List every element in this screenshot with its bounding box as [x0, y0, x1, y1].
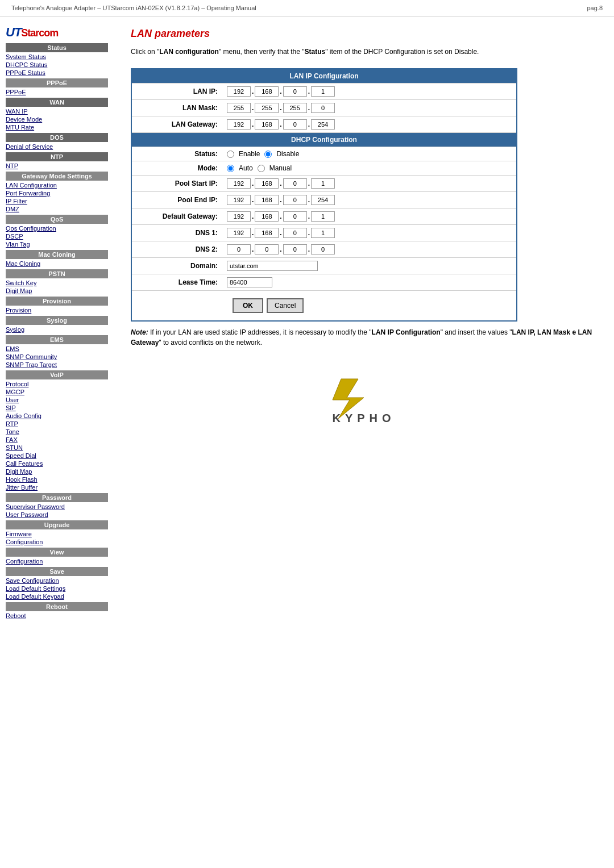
lease-input[interactable] [227, 277, 272, 287]
dns1-octet1[interactable] [227, 228, 251, 238]
sidebar-link-system-status[interactable]: System Status [6, 53, 108, 61]
lan-mask-octet4[interactable] [311, 103, 335, 113]
sidebar-link-dhcpc-status[interactable]: DHCPC Status [6, 61, 108, 69]
lan-gw-octet3[interactable] [283, 119, 307, 130]
lan-ip-octet1[interactable] [227, 86, 251, 97]
sidebar-link-dscp[interactable]: DSCP [6, 232, 108, 240]
lan-gw-octet2[interactable] [255, 119, 279, 130]
pool-end-octet3[interactable] [283, 195, 307, 205]
ok-button[interactable]: OK [233, 298, 263, 313]
sidebar-link-digit-map-pstn[interactable]: Digit Map [6, 287, 108, 295]
sidebar-link-dos[interactable]: Denial of Service [6, 143, 108, 151]
sidebar-link-load-keypad[interactable]: Load Default Keypad [6, 592, 108, 600]
domain-row: Domain: [131, 258, 517, 274]
status-disable-radio[interactable] [264, 151, 272, 158]
sidebar-link-firmware[interactable]: Firmware [6, 530, 108, 538]
sidebar-link-syslog[interactable]: Syslog [6, 326, 108, 333]
sidebar-link-ems[interactable]: EMS [6, 345, 108, 353]
sidebar-link-load-default[interactable]: Load Default Settings [6, 585, 108, 592]
lan-ip-octet3[interactable] [283, 86, 307, 97]
sidebar-link-pppoe[interactable]: PPPoE [6, 88, 108, 96]
dns2-octet4[interactable] [311, 244, 335, 254]
sidebar-link-wan-ip[interactable]: WAN IP [6, 107, 108, 115]
lan-ip-octet2[interactable] [255, 86, 279, 97]
sidebar-sub-ems: EMS [6, 335, 108, 344]
pool-end-inputs: . . . [227, 195, 512, 205]
sidebar-section-status: Status [6, 43, 108, 52]
sidebar-link-call-features[interactable]: Call Features [6, 460, 108, 468]
lan-ip-octet4[interactable] [311, 86, 335, 97]
pool-start-octet2[interactable] [255, 178, 279, 189]
pool-start-row: Pool Start IP: . . . [131, 176, 517, 192]
cancel-button[interactable]: Cancel [267, 298, 304, 313]
sidebar-link-mtu-rate[interactable]: MTU Rate [6, 123, 108, 131]
sidebar-link-save-config[interactable]: Save Configuration [6, 577, 108, 585]
pool-end-octet1[interactable] [227, 195, 251, 205]
domain-label: Domain: [131, 258, 222, 274]
sidebar-link-jitter-buffer[interactable]: Jitter Buffer [6, 483, 108, 491]
status-enable-radio[interactable] [227, 151, 234, 158]
sidebar-link-fax[interactable]: FAX [6, 436, 108, 444]
sidebar-link-dmz[interactable]: DMZ [6, 205, 108, 213]
default-gw-octet3[interactable] [283, 211, 307, 222]
pool-end-octet2[interactable] [255, 195, 279, 205]
sidebar-link-hook-flash[interactable]: Hook Flash [6, 475, 108, 483]
sidebar-link-mac-cloning[interactable]: Mac Cloning [6, 260, 108, 268]
sidebar-link-view-config[interactable]: Configuration [6, 557, 108, 565]
lan-gw-octet4[interactable] [311, 119, 335, 130]
sidebar-link-port-forwarding[interactable]: Port Forwarding [6, 189, 108, 197]
sidebar-link-provision[interactable]: Provision [6, 306, 108, 314]
sidebar-link-sip[interactable]: SIP [6, 404, 108, 412]
sidebar-link-ntp[interactable]: NTP [6, 162, 108, 170]
sidebar-link-snmp-community[interactable]: SNMP Community [6, 353, 108, 361]
default-gw-octet2[interactable] [255, 211, 279, 222]
mode-manual-radio[interactable] [258, 165, 265, 172]
sidebar-link-pppoe-status[interactable]: PPPoE Status [6, 69, 108, 77]
sidebar-link-device-mode[interactable]: Device Mode [6, 115, 108, 123]
lan-mask-octet3[interactable] [283, 103, 307, 113]
content-area: LAN parameters Click on "LAN configurati… [114, 22, 614, 623]
lan-ip-inputs: . . . [227, 86, 512, 97]
default-gw-inputs: . . . [227, 211, 512, 222]
dns2-octet2[interactable] [255, 244, 279, 254]
sidebar-link-vlan-tag[interactable]: Vlan Tag [6, 240, 108, 248]
default-gw-octet1[interactable] [227, 211, 251, 222]
domain-input[interactable] [227, 261, 318, 271]
sidebar-link-ip-filter[interactable]: IP Filter [6, 197, 108, 205]
sidebar-link-configuration-upgrade[interactable]: Configuration [6, 538, 108, 546]
pool-start-octet1[interactable] [227, 178, 251, 189]
sidebar-link-reboot[interactable]: Reboot [6, 612, 108, 620]
dns1-octet3[interactable] [283, 228, 307, 238]
sidebar-link-rtp[interactable]: RTP [6, 420, 108, 428]
dns2-octet1[interactable] [227, 244, 251, 254]
domain-value [222, 258, 517, 274]
pool-start-inputs: . . . [227, 178, 512, 189]
sidebar-link-switch-key[interactable]: Switch Key [6, 279, 108, 287]
sidebar-link-digit-map[interactable]: Digit Map [6, 468, 108, 475]
lan-mask-octet2[interactable] [255, 103, 279, 113]
pool-end-octet4[interactable] [311, 195, 335, 205]
sidebar-link-user[interactable]: User [6, 396, 108, 404]
lan-mask-octet1[interactable] [227, 103, 251, 113]
sidebar-link-user-pw[interactable]: User Password [6, 511, 108, 519]
dns1-octet4[interactable] [311, 228, 335, 238]
sidebar-sub-mac-cloning: Mac Cloning [6, 250, 108, 259]
sidebar-link-protocol[interactable]: Protocol [6, 380, 108, 388]
sidebar-link-mgcp[interactable]: MGCP [6, 388, 108, 396]
pool-start-octet4[interactable] [311, 178, 335, 189]
sidebar-link-audio-config[interactable]: Audio Config [6, 412, 108, 420]
sidebar-link-tone[interactable]: Tone [6, 428, 108, 436]
sidebar-link-stun[interactable]: STUN [6, 444, 108, 452]
dns1-octet2[interactable] [255, 228, 279, 238]
pool-start-octet3[interactable] [283, 178, 307, 189]
dns2-octet3[interactable] [283, 244, 307, 254]
mode-auto-radio[interactable] [227, 165, 234, 172]
default-gw-octet4[interactable] [311, 211, 335, 222]
sidebar-link-speed-dial[interactable]: Speed Dial [6, 452, 108, 460]
sidebar-link-snmp-trap[interactable]: SNMP Trap Target [6, 361, 108, 369]
status-enable-label: Enable [239, 150, 260, 158]
sidebar-link-lan-config[interactable]: LAN Configuration [6, 181, 108, 189]
lan-gw-octet1[interactable] [227, 119, 251, 130]
sidebar-link-qos-config[interactable]: Qos Configuration [6, 224, 108, 232]
sidebar-link-supervisor-pw[interactable]: Supervisor Password [6, 503, 108, 511]
